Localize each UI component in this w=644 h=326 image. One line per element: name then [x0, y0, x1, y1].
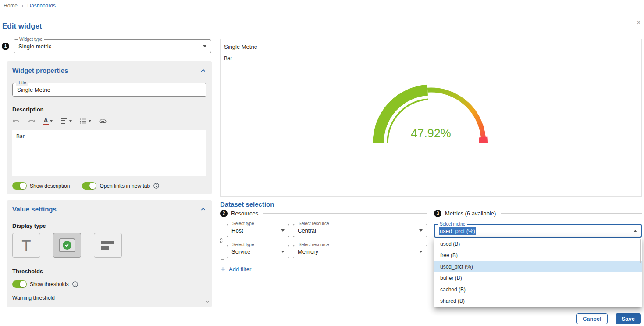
description-textarea[interactable]: Bar: [12, 130, 206, 176]
undo-icon[interactable]: [12, 117, 20, 125]
description-label: Description: [12, 106, 206, 113]
menu-item-used[interactable]: used (B): [434, 238, 642, 250]
breadcrumb-home-link[interactable]: Home: [4, 3, 18, 9]
title-field[interactable]: Title: [12, 83, 206, 97]
list-format-button[interactable]: [79, 117, 91, 125]
info-icon[interactable]: [72, 281, 78, 287]
menu-scrollbar[interactable]: [640, 239, 641, 263]
text-display-icon: T: [21, 238, 31, 253]
text-color-button[interactable]: A: [43, 117, 53, 125]
resources-section: 2 Resources Select type Host Select reso…: [220, 210, 427, 272]
resource-row: Select type Host Select resource Central: [227, 224, 427, 237]
show-description-toggle[interactable]: [12, 182, 27, 190]
metrics-section: 3 Metrics (6 available) Select metric us…: [434, 210, 642, 238]
show-thresholds-label: Show thresholds: [30, 281, 69, 287]
add-filter-label: Add filter: [229, 266, 251, 272]
breadcrumb-dashboards-link[interactable]: Dashboards: [27, 3, 56, 9]
page-title: Edit widget: [2, 22, 42, 31]
resources-label: Resources: [231, 210, 258, 217]
breadcrumb-chevron-icon: ›: [21, 2, 23, 9]
step-1-badge: 1: [2, 43, 9, 50]
link-resources-icon: [218, 237, 224, 244]
menu-item-free[interactable]: free (B): [434, 250, 642, 261]
scroll-down-chevron-icon[interactable]: [205, 299, 210, 306]
link-icon[interactable]: [99, 117, 107, 125]
menu-item-shared[interactable]: shared (B): [434, 295, 642, 307]
resource-type-value: Service: [231, 248, 250, 255]
resource-type-label: Select type: [231, 242, 256, 247]
title-field-label: Title: [16, 80, 28, 86]
resource-value: Central: [298, 227, 316, 234]
close-icon[interactable]: ×: [637, 19, 641, 26]
chevron-down-icon: [203, 45, 206, 47]
resource-select[interactable]: Select resource Memory: [293, 245, 427, 258]
metric-select-value: used_prct (%): [439, 227, 476, 235]
chevron-down-icon: [281, 229, 285, 232]
info-icon[interactable]: [153, 183, 160, 189]
description-toolbar: A: [12, 117, 206, 125]
widget-preview-panel: Single Metric Bar 47.92%: [220, 39, 642, 197]
chevron-down-icon: [419, 251, 423, 253]
chevron-down-icon: [69, 120, 72, 122]
menu-item-cached[interactable]: cached (B): [434, 284, 642, 295]
chevron-down-icon: [50, 120, 53, 122]
divider: [501, 213, 642, 214]
plus-icon: [220, 266, 226, 272]
breadcrumb: Home › Dashboards: [4, 2, 56, 9]
display-type-bar-button[interactable]: [94, 233, 122, 258]
resource-select[interactable]: Select resource Central: [293, 224, 427, 237]
thresholds-label: Thresholds: [12, 268, 206, 275]
menu-item-used-prct[interactable]: used_prct (%): [434, 261, 642, 272]
gauge-display-icon: [59, 238, 75, 252]
chevron-down-icon: [281, 251, 285, 253]
collapse-chevron-up-icon[interactable]: [200, 206, 206, 212]
save-button[interactable]: Save: [616, 313, 641, 324]
text-color-swatch: [43, 124, 49, 125]
resource-value: Memory: [298, 248, 318, 255]
metrics-label: Metrics (6 available): [445, 210, 496, 217]
widget-type-label: Widget type: [18, 37, 44, 42]
add-filter-button[interactable]: Add filter: [220, 266, 251, 272]
bar-display-icon: [101, 241, 114, 250]
chevron-down-icon: [89, 120, 91, 122]
warning-threshold-label: Warning threshold: [12, 295, 206, 301]
dataset-selection-heading: Dataset selection: [220, 201, 274, 208]
gauge-value-text: 47.92%: [411, 127, 451, 140]
show-description-label: Show description: [30, 183, 70, 189]
cancel-button[interactable]: Cancel: [576, 313, 608, 324]
show-thresholds-toggle[interactable]: [12, 280, 27, 288]
widget-type-select[interactable]: Widget type Single metric: [14, 39, 211, 53]
align-text-button[interactable]: [60, 117, 72, 125]
value-settings-panel: Value settings Display type T Thresholds…: [7, 200, 212, 307]
menu-item-buffer[interactable]: buffer (B): [434, 272, 642, 284]
step-2-badge: 2: [220, 210, 228, 217]
check-circle-icon: [62, 240, 72, 250]
redo-icon[interactable]: [28, 117, 36, 125]
widget-type-row: 1 Widget type Single metric: [2, 39, 211, 53]
resource-row: Select type Service Select resource Memo…: [227, 245, 427, 258]
display-type-gauge-button[interactable]: [53, 233, 81, 258]
chevron-up-icon: [633, 230, 637, 232]
resource-type-label: Select type: [231, 221, 256, 226]
value-settings-heading: Value settings: [12, 205, 57, 213]
display-type-label: Display type: [12, 222, 206, 229]
preview-description: Bar: [224, 55, 638, 61]
widget-properties-panel: Widget properties Title Description A: [7, 61, 212, 194]
open-links-new-tab-label: Open links in new tab: [100, 183, 150, 189]
resource-label: Select resource: [297, 221, 331, 226]
metric-select[interactable]: Select metric used_prct (%): [434, 224, 642, 238]
text-color-letter: A: [43, 117, 48, 123]
display-type-text-button[interactable]: T: [12, 233, 40, 258]
metric-options-menu: used (B) free (B) used_prct (%) buffer (…: [434, 238, 642, 307]
footer-actions: Cancel Save: [576, 313, 641, 324]
widget-type-value: Single metric: [18, 43, 51, 50]
collapse-chevron-up-icon[interactable]: [200, 67, 206, 74]
widget-properties-heading: Widget properties: [12, 67, 68, 74]
open-links-new-tab-toggle[interactable]: [82, 182, 96, 190]
resource-type-select[interactable]: Select type Host: [227, 224, 289, 237]
divider: [263, 213, 427, 214]
resource-type-select[interactable]: Select type Service: [227, 245, 289, 258]
resource-type-value: Host: [231, 227, 243, 234]
title-input[interactable]: [17, 86, 202, 93]
display-type-options: T: [12, 233, 206, 258]
